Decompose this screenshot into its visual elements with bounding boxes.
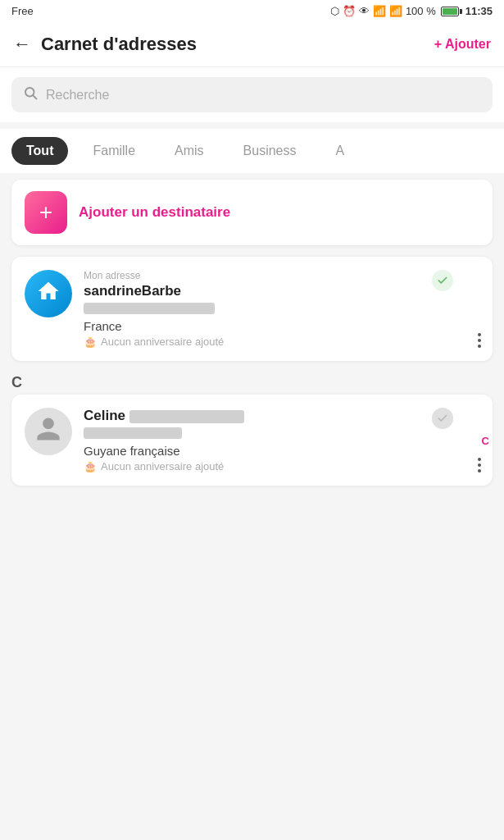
person-icon <box>34 415 62 449</box>
contact-card-sandrine[interactable]: Mon adresse sandrineBarbe France 🎂 Aucun… <box>11 257 493 361</box>
contact-card-celine[interactable]: Celine Guyane française 🎂 Aucun annivers… <box>11 395 493 486</box>
search-container: Recherche <box>0 67 504 122</box>
contact-name-sandrine: sandrineBarbe <box>84 283 479 299</box>
contact-name-celine: Celine <box>84 408 479 424</box>
filter-tabs: Tout Famille Amis Business A <box>0 129 504 173</box>
signal-icon: 📶 <box>389 5 402 17</box>
wifi-icon: 📶 <box>373 5 386 17</box>
status-bar: Free ⬡ ⏰ 👁 📶 📶 100 % 11:35 <box>0 0 504 22</box>
contact-birthday-sandrine: 🎂 Aucun anniversaire ajouté <box>84 336 479 348</box>
birthday-text-sandrine: Aucun anniversaire ajouté <box>101 336 224 348</box>
add-recipient-icon: + <box>25 191 67 234</box>
birthday-icon: 🎂 <box>84 336 97 348</box>
tab-tout[interactable]: Tout <box>11 137 68 165</box>
contact-country-celine: Guyane française <box>84 444 479 458</box>
more-options-sandrine[interactable] <box>478 333 481 348</box>
add-recipient-label: Ajouter un destinataire <box>79 204 230 221</box>
contact-sublabel-sandrine: Mon adresse <box>84 270 479 281</box>
back-button[interactable]: ← <box>13 34 31 55</box>
contact-info-celine: Celine Guyane française 🎂 Aucun annivers… <box>84 408 479 472</box>
status-right: ⬡ ⏰ 👁 📶 📶 100 % 11:35 <box>330 5 493 17</box>
tab-amis[interactable]: Amis <box>160 137 219 165</box>
search-placeholder: Recherche <box>46 88 109 103</box>
right-index-c: C <box>482 434 489 446</box>
check-icon-sandrine <box>432 270 453 291</box>
contact-info-sandrine: Mon adresse sandrineBarbe France 🎂 Aucun… <box>84 270 479 348</box>
battery-icon <box>441 7 459 16</box>
contact-address-blur-sandrine <box>84 303 215 314</box>
home-icon <box>36 279 61 309</box>
alarm-icon: ⏰ <box>343 5 356 17</box>
tab-famille[interactable]: Famille <box>78 137 150 165</box>
contact-inner: Mon adresse sandrineBarbe France 🎂 Aucun… <box>25 270 479 348</box>
section-label-c: C <box>0 369 504 395</box>
birthday-text-celine: Aucun anniversaire ajouté <box>101 460 224 472</box>
birthday-icon-celine: 🎂 <box>84 460 97 472</box>
page-title: Carnet d'adresses <box>41 34 434 55</box>
battery-percent: 100 % <box>406 5 436 17</box>
carrier-label: Free <box>11 5 34 17</box>
avatar-sandrine <box>25 270 72 317</box>
search-box[interactable]: Recherche <box>11 77 493 112</box>
avatar-celine <box>25 408 72 455</box>
contact-address-blur-celine <box>84 427 182 439</box>
plus-icon: + <box>39 201 52 224</box>
header: ← Carnet d'adresses + Ajouter <box>0 22 504 67</box>
contact-inner-celine: Celine Guyane française 🎂 Aucun annivers… <box>25 408 479 472</box>
add-recipient-card[interactable]: + Ajouter un destinataire <box>11 180 493 245</box>
contact-birthday-celine: 🎂 Aucun anniversaire ajouté <box>84 460 479 472</box>
search-icon <box>23 85 38 104</box>
eye-icon: 👁 <box>359 5 370 17</box>
time-label: 11:35 <box>465 5 493 17</box>
add-button[interactable]: + Ajouter <box>434 37 491 52</box>
tab-business[interactable]: Business <box>229 137 311 165</box>
contact-name-blur-celine <box>129 410 244 423</box>
check-icon-celine <box>432 408 453 429</box>
more-options-celine[interactable] <box>478 458 481 472</box>
tab-autre[interactable]: A <box>321 137 360 165</box>
bluetooth-icon: ⬡ <box>330 5 339 17</box>
svg-line-1 <box>33 95 36 98</box>
contact-country-sandrine: France <box>84 319 479 333</box>
